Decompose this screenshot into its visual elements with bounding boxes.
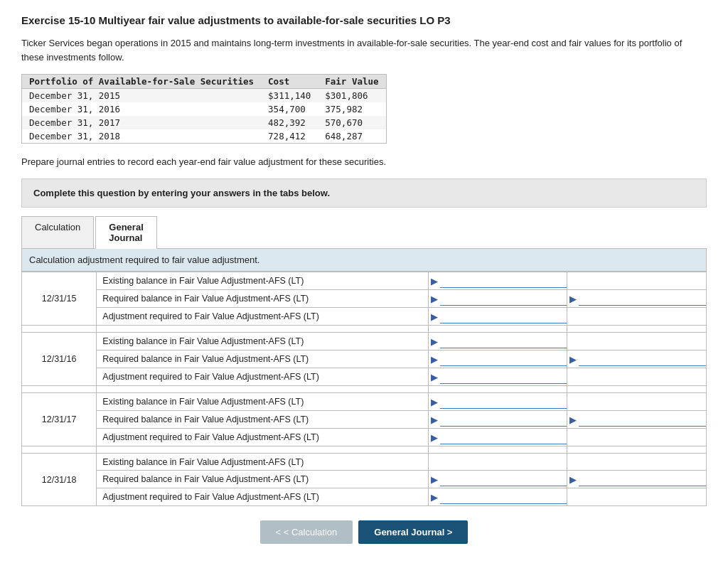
arrow-icon: ▶ [429,474,440,485]
empty-cell: ▶ [567,350,707,368]
input-required-2018[interactable] [440,472,567,486]
input-adjust-2016[interactable] [440,370,567,384]
empty-cell [567,429,707,446]
empty-cell [567,308,707,326]
label-cell: Existing balance in Fair Value Adjustmen… [97,272,428,290]
input-cell[interactable]: ▶ [428,308,567,326]
input-cell[interactable]: ▶ [428,272,567,290]
tab-calculation[interactable]: Calculation [21,216,94,248]
input-adjust-2018[interactable] [440,490,567,504]
arrow-icon: ▶ [429,294,440,304]
label-cell: Adjustment required to Fair Value Adjust… [97,368,428,386]
label-cell: Existing balance in Fair Value Adjustmen… [97,454,428,471]
date-cell-2015: 12/31/15 [22,272,97,326]
table-row: 12/31/16 Existing balance in Fair Value … [22,333,707,350]
label-cell: Required balance in Fair Value Adjustmen… [97,350,428,368]
page-title: Exercise 15-10 Multiyear fair value adju… [21,14,707,26]
empty-cell: ▶ [567,411,707,429]
spacer-row [22,386,707,393]
input-cell[interactable]: ▶ [428,333,567,350]
arrow-icon: ▶ [429,336,440,347]
label-cell: Required balance in Fair Value Adjustmen… [97,411,428,429]
table-row: Required balance in Fair Value Adjustmen… [22,350,707,368]
label-cell: Existing balance in Fair Value Adjustmen… [97,393,428,411]
table-row: Adjustment required to Fair Value Adjust… [22,429,707,446]
arrow-icon: ▶ [429,414,440,425]
input-cell[interactable]: ▶ [428,471,567,488]
fair-value-col-header: Fair Value [318,75,386,89]
cost-col-header: Cost [261,75,318,89]
input-required-2018-b[interactable] [579,472,706,486]
tabs-row: Calculation GeneralJournal [21,216,707,249]
table-row: Required balance in Fair Value Adjustmen… [22,411,707,429]
table-row: December 31, 2016 354,700 375,982 [22,102,387,116]
table-row: 12/31/17 Existing balance in Fair Value … [22,393,707,411]
input-required-2015-b[interactable] [579,291,706,306]
input-required-2017-b[interactable] [579,412,706,427]
label-cell: Required balance in Fair Value Adjustmen… [97,290,428,308]
input-adjust-2017[interactable] [440,430,567,444]
label-cell: Adjustment required to Fair Value Adjust… [97,308,428,326]
arrow-icon: ▶ [567,294,579,304]
input-adjust-2015[interactable] [440,309,567,323]
input-cell[interactable]: ▶ [428,488,567,506]
input-cell-empty [428,454,567,471]
label-cell: Required balance in Fair Value Adjustmen… [97,471,428,488]
date-cell-2018: 12/31/18 [22,454,97,506]
empty-cell [567,368,707,386]
input-cell[interactable]: ▶ [428,411,567,429]
input-cell[interactable]: ▶ [428,393,567,411]
prev-button[interactable]: < < Calculation [260,520,353,544]
arrow-icon: ▶ [567,474,579,485]
input-existing-2016[interactable] [440,334,567,348]
arrow-icon: ▶ [429,492,440,503]
arrow-icon: ▶ [429,432,440,443]
table-row: Required balance in Fair Value Adjustmen… [22,290,707,308]
bottom-nav: < < Calculation General Journal > [21,520,707,544]
portfolio-table: Portfolio of Available-for-Sale Securiti… [21,74,387,144]
table-row: Required balance in Fair Value Adjustmen… [22,471,707,488]
input-required-2017[interactable] [440,412,567,427]
input-required-2016[interactable] [440,352,567,366]
table-row: December 31, 2017 482,392 570,670 [22,116,387,129]
table-row: 12/31/18 Existing balance in Fair Value … [22,454,707,471]
empty-cell [567,272,707,290]
arrow-icon: ▶ [567,414,579,425]
empty-cell: ▶ [567,471,707,488]
tab-general-journal[interactable]: GeneralJournal [95,216,156,249]
input-cell[interactable]: ▶ [428,429,567,446]
spacer-row [22,326,707,333]
empty-cell [567,454,707,471]
table-row: Adjustment required to Fair Value Adjust… [22,308,707,326]
input-cell[interactable]: ▶ [428,290,567,308]
arrow-icon: ▶ [429,354,440,365]
empty-cell [567,393,707,411]
intro-text: Ticker Services began operations in 2015… [21,36,707,64]
date-cell-2016: 12/31/16 [22,333,97,386]
arrow-icon: ▶ [567,354,579,365]
table-row: 12/31/15 Existing balance in Fair Value … [22,272,707,290]
empty-cell [567,333,707,350]
arrow-icon: ▶ [429,397,440,407]
arrow-icon: ▶ [429,276,440,287]
input-existing-2017[interactable] [440,395,567,409]
label-cell: Existing balance in Fair Value Adjustmen… [97,333,428,350]
empty-cell: ▶ [567,290,707,308]
section-header: Calculation adjustment required to fair … [21,249,707,272]
next-button[interactable]: General Journal > [358,520,468,544]
input-required-2016-b[interactable] [579,352,706,366]
table-row: December 31, 2018 728,412 648,287 [22,129,387,144]
instruction-box: Complete this question by entering your … [21,178,707,208]
calculation-table: 12/31/15 Existing balance in Fair Value … [21,272,707,506]
portfolio-col-header: Portfolio of Available-for-Sale Securiti… [22,75,262,89]
spacer-row [22,446,707,454]
prev-icon: < [276,527,282,537]
input-existing-2015[interactable] [440,274,567,288]
table-row: Adjustment required to Fair Value Adjust… [22,368,707,386]
input-cell[interactable]: ▶ [428,368,567,386]
prepare-text: Prepare journal entries to record each y… [21,156,707,167]
date-cell-2017: 12/31/17 [22,393,97,446]
input-required-2015[interactable] [440,291,567,306]
input-cell[interactable]: ▶ [428,350,567,368]
label-cell: Adjustment required to Fair Value Adjust… [97,488,428,506]
